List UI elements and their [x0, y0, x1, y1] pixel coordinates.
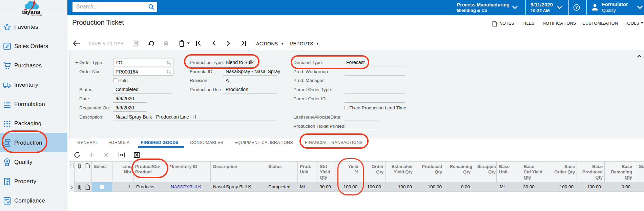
svg-text:SOLUTIONS: SOLUTIONS	[31, 14, 42, 16]
svg-text:?: ?	[575, 5, 578, 10]
